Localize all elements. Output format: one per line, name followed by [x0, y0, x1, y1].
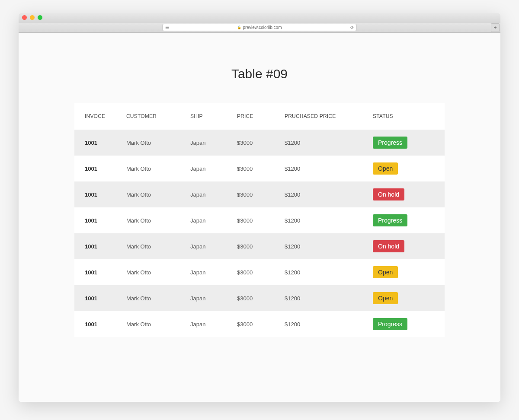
header-purchased: PRUCHASED PRICE [285, 103, 373, 130]
status-badge[interactable]: Progress [373, 137, 407, 149]
refresh-icon[interactable]: ⟳ [350, 25, 354, 30]
cell-ship: Japan [190, 311, 237, 337]
cell-status: Progress [373, 130, 445, 156]
cell-price: $3000 [237, 285, 285, 311]
reader-icon: ☰ [165, 25, 169, 30]
status-badge[interactable]: Progress [373, 318, 407, 330]
cell-invoice: 1001 [74, 259, 126, 285]
cell-ship: Japan [190, 259, 237, 285]
new-tab-button[interactable]: + [491, 23, 500, 32]
cell-price: $3000 [237, 233, 285, 259]
cell-customer: Mark Otto [126, 207, 190, 233]
cell-status: On hold [373, 181, 445, 207]
cell-purchased: $1200 [285, 181, 373, 207]
minimize-window-button[interactable] [30, 15, 35, 20]
cell-ship: Japan [190, 181, 237, 207]
cell-ship: Japan [190, 130, 237, 156]
cell-price: $3000 [237, 181, 285, 207]
cell-ship: Japan [190, 285, 237, 311]
header-price: PRICE [237, 103, 285, 130]
table-row: 1001Mark OttoJapan$3000$1200Progress [74, 130, 445, 156]
cell-status: Open [373, 259, 445, 285]
close-window-button[interactable] [22, 15, 27, 20]
table-row: 1001Mark OttoJapan$3000$1200On hold [74, 181, 445, 207]
table-row: 1001Mark OttoJapan$3000$1200Open [74, 156, 445, 181]
cell-customer: Mark Otto [126, 156, 190, 181]
cell-status: Open [373, 285, 445, 311]
cell-price: $3000 [237, 156, 285, 181]
page-title: Table #09 [19, 67, 500, 81]
status-badge[interactable]: Open [373, 162, 398, 175]
cell-invoice: 1001 [74, 130, 126, 156]
cell-invoice: 1001 [74, 181, 126, 207]
cell-purchased: $1200 [285, 285, 373, 311]
header-ship: SHIP [190, 103, 237, 130]
cell-invoice: 1001 [74, 311, 126, 337]
cell-customer: Mark Otto [126, 130, 190, 156]
cell-status: Progress [373, 207, 445, 233]
cell-purchased: $1200 [285, 233, 373, 259]
cell-status: On hold [373, 233, 445, 259]
traffic-lights [22, 15, 42, 20]
table-container: INVOCE CUSTOMER SHIP PRICE PRUCHASED PRI… [74, 103, 445, 337]
cell-purchased: $1200 [285, 259, 373, 285]
viewport: Table #09 INVOCE CUSTOMER SHIP PRICE PRU… [19, 33, 500, 402]
status-badge[interactable]: Open [373, 292, 398, 304]
cell-customer: Mark Otto [126, 233, 190, 259]
cell-status: Open [373, 156, 445, 181]
status-badge[interactable]: Progress [373, 214, 407, 226]
header-customer: CUSTOMER [126, 103, 190, 130]
cell-purchased: $1200 [285, 311, 373, 337]
table-header-row: INVOCE CUSTOMER SHIP PRICE PRUCHASED PRI… [74, 103, 445, 130]
header-status: STATUS [373, 103, 445, 130]
cell-invoice: 1001 [74, 233, 126, 259]
table-row: 1001Mark OttoJapan$3000$1200Progress [74, 207, 445, 233]
cell-price: $3000 [237, 311, 285, 337]
address-bar[interactable]: ☰ 🔒 preview.colorlib.com ⟳ [162, 24, 357, 31]
cell-price: $3000 [237, 207, 285, 233]
cell-ship: Japan [190, 233, 237, 259]
cell-invoice: 1001 [74, 207, 126, 233]
cell-purchased: $1200 [285, 130, 373, 156]
status-badge[interactable]: On hold [373, 188, 404, 200]
cell-purchased: $1200 [285, 156, 373, 181]
table-row: 1001Mark OttoJapan$3000$1200Open [74, 285, 445, 311]
cell-customer: Mark Otto [126, 181, 190, 207]
status-badge[interactable]: Open [373, 266, 398, 278]
cell-customer: Mark Otto [126, 285, 190, 311]
table-row: 1001Mark OttoJapan$3000$1200Open [74, 259, 445, 285]
status-badge[interactable]: On hold [373, 240, 404, 252]
cell-status: Progress [373, 311, 445, 337]
data-table: INVOCE CUSTOMER SHIP PRICE PRUCHASED PRI… [74, 103, 445, 337]
cell-customer: Mark Otto [126, 311, 190, 337]
cell-ship: Japan [190, 156, 237, 181]
address-text: preview.colorlib.com [243, 25, 282, 30]
maximize-window-button[interactable] [38, 15, 42, 20]
cell-customer: Mark Otto [126, 259, 190, 285]
header-invoice: INVOCE [74, 103, 126, 130]
cell-price: $3000 [237, 130, 285, 156]
cell-invoice: 1001 [74, 285, 126, 311]
cell-purchased: $1200 [285, 207, 373, 233]
lock-icon: 🔒 [237, 25, 241, 29]
table-row: 1001Mark OttoJapan$3000$1200On hold [74, 233, 445, 259]
cell-ship: Japan [190, 207, 237, 233]
cell-price: $3000 [237, 259, 285, 285]
browser-toolbar: ☰ 🔒 preview.colorlib.com ⟳ + [19, 22, 500, 33]
browser-window: ☰ 🔒 preview.colorlib.com ⟳ + Table #09 I… [19, 13, 500, 402]
table-row: 1001Mark OttoJapan$3000$1200Progress [74, 311, 445, 337]
cell-invoice: 1001 [74, 156, 126, 181]
window-titlebar [19, 13, 500, 22]
